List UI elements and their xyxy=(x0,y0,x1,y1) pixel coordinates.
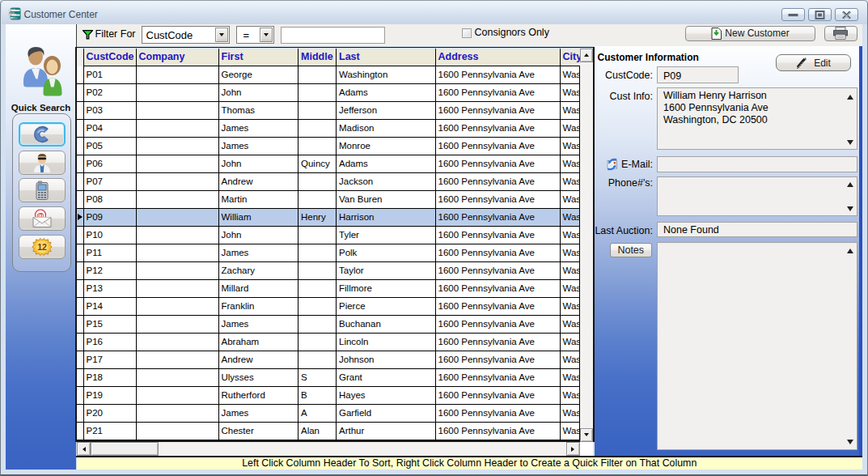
svg-text:12: 12 xyxy=(37,242,47,252)
